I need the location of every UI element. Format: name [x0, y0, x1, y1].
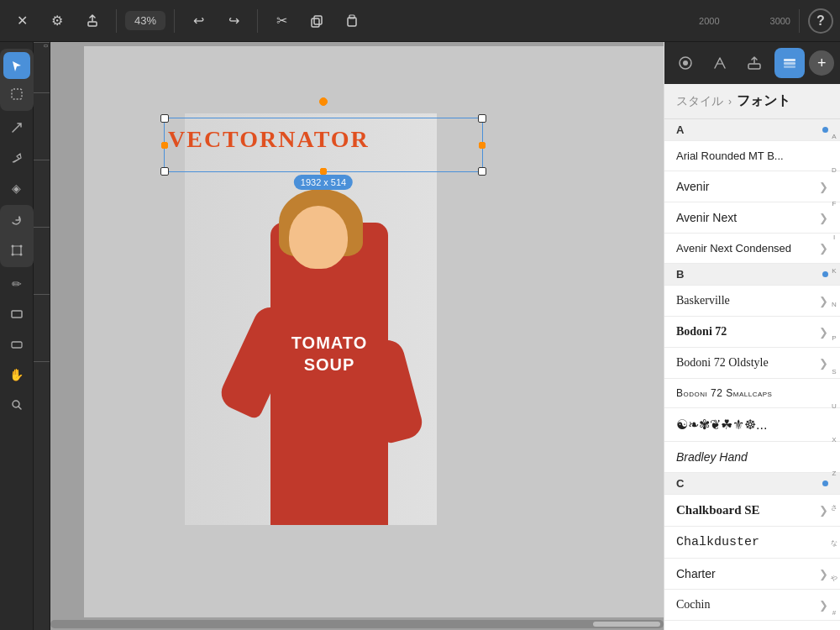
shirt-text: TOMATO SOUP	[270, 332, 388, 375]
arrow-tool[interactable]	[3, 114, 30, 141]
panel-breadcrumb: スタイル › フォント	[664, 84, 840, 119]
font-item-chalkduster[interactable]: Chalkduster	[664, 527, 840, 559]
index-letter-u[interactable]: U	[832, 402, 837, 410]
index-letter-f[interactable]: F	[832, 200, 837, 207]
help-button[interactable]: ?	[808, 8, 833, 34]
chevron-icon: ❯	[819, 295, 828, 307]
font-item-bodoni72[interactable]: Bodoni 72 ❯	[664, 317, 840, 348]
cut-button[interactable]: ✂	[266, 6, 297, 36]
svg-rect-17	[784, 59, 795, 61]
pencil-tool[interactable]: ✏	[3, 270, 30, 297]
chevron-icon: ❯	[819, 599, 828, 612]
panel-icon-style[interactable]	[670, 48, 701, 78]
font-item-bradley-hand[interactable]: Bradley Hand	[664, 442, 840, 473]
chevron-icon: ❯	[819, 212, 828, 224]
font-item-avenir-next-condensed[interactable]: Avenir Next Condensed ❯	[664, 234, 840, 264]
erase-tool[interactable]	[3, 331, 30, 358]
export-button[interactable]	[77, 6, 108, 36]
font-name: Avenir Next Condensed	[676, 242, 791, 255]
transform-group	[0, 205, 34, 267]
hand-tool[interactable]: ✋	[3, 361, 30, 388]
index-letter-k[interactable]: K	[832, 267, 836, 275]
redo-button[interactable]: ↪	[218, 6, 249, 36]
font-item-arial-rounded[interactable]: Arial Rounded MT B...	[664, 141, 840, 171]
canvas-document[interactable]: TOMATO SOUP Vectornator	[84, 46, 664, 617]
handle-br[interactable]	[478, 167, 486, 176]
main-area: ◈ ✏ ✋ 0	[0, 42, 840, 630]
font-name: Avenir	[676, 180, 709, 193]
canvas-area[interactable]: 0	[34, 42, 664, 630]
index-letter-ya[interactable]: や	[831, 574, 837, 583]
handle-rotate[interactable]	[319, 97, 328, 106]
index-letter-d[interactable]: D	[832, 166, 837, 174]
font-name: Bradley Hand	[676, 450, 748, 464]
section-header-c: C	[664, 473, 840, 495]
handle-bl[interactable]	[160, 167, 169, 176]
handle-tr[interactable]	[478, 114, 486, 123]
handle-ml[interactable]	[161, 142, 168, 149]
svg-rect-16	[748, 64, 760, 69]
node-tool[interactable]: ◈	[3, 175, 30, 202]
separator	[116, 9, 117, 33]
panel-icon-layers[interactable]	[774, 48, 805, 78]
svg-rect-0	[88, 22, 97, 26]
separator4	[799, 9, 800, 33]
svg-point-7	[11, 245, 13, 248]
font-name: Bodoni 72	[676, 325, 727, 339]
top-toolbar: ✕ ⚙ 43% ↩ ↪ ✂ 2000 3000 ?	[0, 0, 840, 42]
index-letter-x[interactable]: X	[832, 436, 836, 444]
index-letter-z[interactable]: Z	[832, 470, 837, 477]
chevron-icon: ❯	[819, 568, 828, 580]
index-letter-a[interactable]: A	[832, 133, 836, 140]
vertical-ruler: 0	[34, 42, 50, 630]
index-letter-i[interactable]: I	[833, 234, 835, 241]
font-item-avenir-next[interactable]: Avenir Next ❯	[664, 202, 840, 234]
paste-button[interactable]	[337, 6, 367, 36]
chevron-icon: ❯	[819, 181, 828, 193]
select-tool[interactable]	[3, 52, 30, 79]
handle-tl[interactable]	[160, 114, 169, 123]
font-item-avenir[interactable]: Avenir ❯	[664, 171, 840, 202]
font-item-decorative[interactable]: ☯❧✾❦☘⚜☸...	[664, 408, 840, 442]
rotate-tool[interactable]	[3, 208, 30, 235]
index-letter-p[interactable]: P	[832, 334, 836, 342]
shape-select-tool[interactable]	[3, 81, 30, 108]
zoom-tool[interactable]	[3, 391, 30, 418]
index-letter-s[interactable]: S	[832, 368, 836, 375]
font-item-copperplate[interactable]: Copperplate ❯	[664, 621, 840, 630]
font-item-baskerville[interactable]: Baskerville ❯	[664, 286, 840, 317]
index-letter-hash[interactable]: #	[832, 609, 836, 617]
svg-rect-1	[312, 18, 319, 27]
canvas-inner[interactable]: TOMATO SOUP Vectornator	[50, 42, 664, 630]
close-button[interactable]: ✕	[7, 6, 37, 36]
h-scrollbar-track[interactable]	[50, 620, 664, 628]
font-item-bodoni72-smallcaps[interactable]: Bodoni 72 Smallcaps	[664, 379, 840, 408]
font-item-charter[interactable]: Charter ❯	[664, 559, 840, 590]
photo-background: TOMATO SOUP	[185, 113, 437, 525]
panel-icon-path[interactable]	[705, 48, 735, 78]
rect-tool[interactable]	[3, 301, 30, 328]
pen-tool[interactable]	[3, 144, 30, 171]
handle-mr[interactable]	[479, 142, 486, 149]
font-item-cochin[interactable]: Cochin ❯	[664, 590, 840, 621]
copy-button[interactable]	[302, 6, 332, 36]
transform-tool[interactable]	[3, 237, 30, 264]
add-layer-button[interactable]: +	[809, 50, 834, 76]
index-letter-sa[interactable]: さ	[831, 503, 837, 512]
svg-rect-5	[12, 89, 22, 99]
settings-button[interactable]: ⚙	[42, 6, 72, 36]
index-letter-na[interactable]: な	[831, 538, 837, 548]
svg-rect-18	[784, 62, 795, 65]
panel-icon-export[interactable]	[739, 48, 769, 78]
breadcrumb-style[interactable]: スタイル	[676, 94, 723, 109]
h-scrollbar-thumb[interactable]	[593, 622, 660, 627]
font-name: Cochin	[676, 598, 710, 612]
font-item-bodoni72-oldstyle[interactable]: Bodoni 72 Oldstyle ❯	[664, 348, 840, 379]
undo-button[interactable]: ↩	[183, 6, 213, 36]
index-letter-n[interactable]: N	[832, 301, 837, 308]
font-list[interactable]: A Arial Rounded MT B... Avenir ❯ Avenir …	[664, 119, 840, 630]
panel-header: +	[664, 42, 840, 84]
font-name: Baskerville	[676, 294, 730, 307]
breadcrumb-chevron: ›	[728, 96, 732, 108]
font-item-chalkboard-se[interactable]: Chalkboard SE ❯	[664, 495, 840, 527]
